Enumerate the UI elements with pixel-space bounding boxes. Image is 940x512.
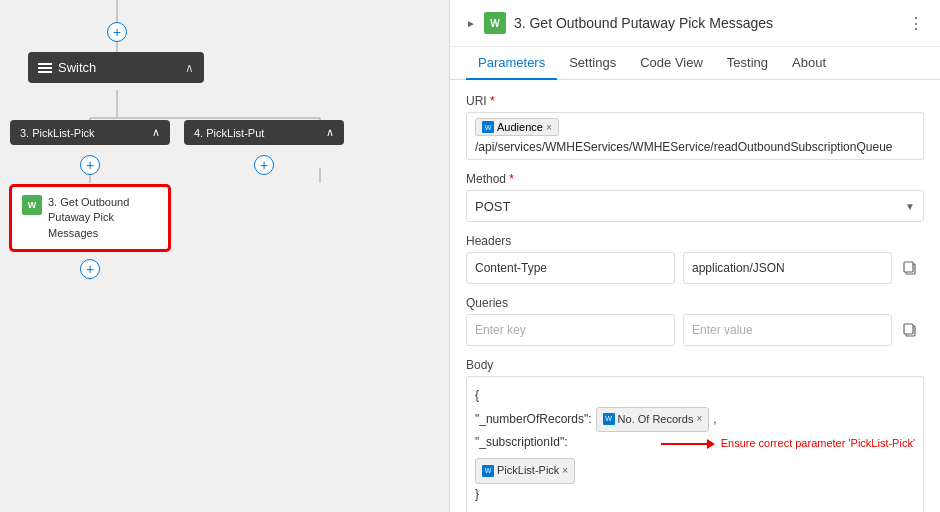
body-line-2: "_numberOfRecords": W No. Of Records × , [475,407,915,433]
body-line2-key: "_numberOfRecords": [475,409,592,431]
tab-about[interactable]: About [780,47,838,80]
queries-key-input[interactable]: Enter key [466,314,675,346]
annotation-text: Ensure correct parameter 'PickList-Pick' [721,434,915,454]
method-field-group: Method * POST ▼ [466,172,924,222]
body-field-group: Body { "_numberOfRecords": W No. Of Reco… [466,358,924,512]
branch2-header[interactable]: 4. PickList-Put ∧ [184,120,344,145]
audience-tag[interactable]: W Audience × [475,118,559,136]
detail-header: ► W 3. Get Outbound Putaway Pick Message… [450,0,940,47]
method-value: POST [475,199,510,214]
headers-field-group: Headers Content-Type application/JSON [466,234,924,284]
tab-parameters[interactable]: Parameters [466,47,557,80]
uri-field-group: URI * W Audience × /api/services/WMHESer… [466,94,924,160]
queries-copy-icon[interactable] [896,316,924,344]
body-line-1: { [475,385,915,407]
queries-value-input[interactable]: Enter value [683,314,892,346]
uri-input[interactable]: W Audience × /api/services/WMHEServices/… [466,112,924,160]
headers-label: Headers [466,234,924,248]
workflow-canvas: + Switch ∧ 3. PickList-Pick ∧ + W 3. Get… [0,0,450,512]
no-of-records-label: No. Of Records [618,410,694,430]
picklist-pick-tag[interactable]: W PickList-Pick × [475,458,575,484]
queries-field-group: Queries Enter key Enter value [466,296,924,346]
uri-text: /api/services/WMHEServices/WMHEService/r… [475,140,893,154]
chevron-down-icon: ▼ [905,201,915,212]
annotation: Ensure correct parameter 'PickList-Pick' [661,434,915,454]
tab-testing[interactable]: Testing [715,47,780,80]
branch-1: 3. PickList-Pick ∧ + W 3. Get Outbound P… [10,120,170,279]
switch-label: Switch [58,60,96,75]
headers-copy-icon[interactable] [896,254,924,282]
no-of-records-close[interactable]: × [696,410,702,428]
branch2-add[interactable]: + [254,155,274,175]
branches: 3. PickList-Pick ∧ + W 3. Get Outbound P… [10,120,344,279]
tab-settings[interactable]: Settings [557,47,628,80]
queries-label: Queries [466,296,924,310]
queries-row: Enter key Enter value [466,314,924,346]
body-label: Body [466,358,924,372]
body-input[interactable]: { "_numberOfRecords": W No. Of Records ×… [466,376,924,512]
picklist-pick-label: PickList-Pick [497,461,559,481]
tab-codeview[interactable]: Code View [628,47,715,80]
headers-inputs: Content-Type application/JSON [466,252,892,284]
action-node-1[interactable]: W 3. Get Outbound Putaway Pick Messages [10,185,170,251]
switch-node[interactable]: Switch ∧ [28,52,204,83]
branch1-add-bottom[interactable]: + [80,259,100,279]
picklist-pick-tag-icon: W [482,465,494,477]
more-options-icon[interactable]: ⋮ [908,14,924,33]
parameters-form: URI * W Audience × /api/services/WMHESer… [450,80,940,512]
method-select[interactable]: POST ▼ [466,190,924,222]
body-line-4: } [475,484,915,506]
switch-icon [38,63,52,73]
branch1-add[interactable]: + [80,155,100,175]
audience-tag-close[interactable]: × [546,122,552,133]
audience-tag-icon: W [482,121,494,133]
method-label: Method * [466,172,924,186]
branch1-header[interactable]: 3. PickList-Pick ∧ [10,120,170,145]
detail-header-icon: W [484,12,506,34]
action-label-1: 3. Get Outbound Putaway Pick Messages [48,195,158,241]
headers-value-input[interactable]: application/JSON [683,252,892,284]
branch1-label: 3. PickList-Pick [20,127,95,139]
action-icon-1: W [22,195,42,215]
audience-tag-label: Audience [497,121,543,133]
add-top-button[interactable]: + [107,22,127,42]
uri-label: URI * [466,94,924,108]
queries-inputs: Enter key Enter value [466,314,892,346]
detail-title: 3. Get Outbound Putaway Pick Messages [514,15,900,31]
headers-key-input[interactable]: Content-Type [466,252,675,284]
switch-collapse-icon[interactable]: ∧ [185,61,194,75]
headers-row: Content-Type application/JSON [466,252,924,284]
branch1-collapse[interactable]: ∧ [152,126,160,139]
svg-rect-11 [904,324,913,334]
no-of-records-tag-icon: W [603,413,615,425]
svg-rect-9 [904,262,913,272]
detail-panel: ► W 3. Get Outbound Putaway Pick Message… [450,0,940,512]
no-of-records-tag[interactable]: W No. Of Records × [596,407,710,433]
tab-bar: Parameters Settings Code View Testing Ab… [450,47,940,80]
body-line3-key: "_subscriptionId": [475,432,568,454]
branch2-label: 4. PickList-Put [194,127,264,139]
body-line-3: "_subscriptionId": W PickList-Pick × [475,432,653,483]
expand-icon[interactable]: ► [466,18,476,29]
branch-2: 4. PickList-Put ∧ + [184,120,344,279]
body-line-3-row: "_subscriptionId": W PickList-Pick × Ens… [475,432,915,483]
picklist-pick-close[interactable]: × [562,462,568,480]
branch2-collapse[interactable]: ∧ [326,126,334,139]
